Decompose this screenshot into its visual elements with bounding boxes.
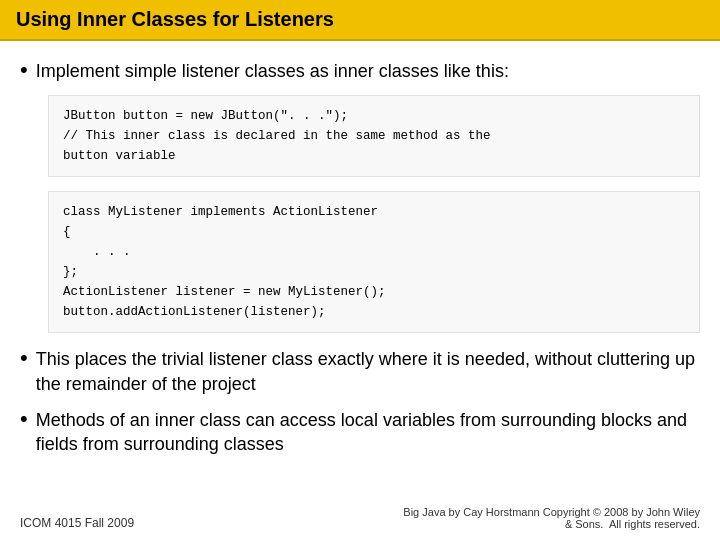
footer: ICOM 4015 Fall 2009 Big Java by Cay Hors… bbox=[20, 506, 700, 530]
code-block-1: JButton button = new JButton(". . ."); /… bbox=[48, 95, 700, 177]
bullet-dot-2: • bbox=[20, 345, 28, 371]
footer-left: ICOM 4015 Fall 2009 bbox=[20, 516, 134, 530]
bullet-3: • Methods of an inner class can access l… bbox=[20, 408, 700, 457]
code-block-2: class MyListener implements ActionListen… bbox=[48, 191, 700, 333]
bullet-1: • Implement simple listener classes as i… bbox=[20, 59, 700, 83]
bullet-text-1: Implement simple listener classes as inn… bbox=[36, 59, 509, 83]
slide: Using Inner Classes for Listeners • Impl… bbox=[0, 0, 720, 540]
title-bar: Using Inner Classes for Listeners bbox=[0, 0, 720, 41]
slide-content: • Implement simple listener classes as i… bbox=[0, 41, 720, 478]
bullet-text-2: This places the trivial listener class e… bbox=[36, 347, 700, 396]
footer-right: Big Java by Cay Horstmann Copyright © 20… bbox=[403, 506, 700, 530]
slide-title: Using Inner Classes for Listeners bbox=[16, 8, 334, 30]
bullet-dot-3: • bbox=[20, 406, 28, 432]
bullet-2: • This places the trivial listener class… bbox=[20, 347, 700, 396]
bullet-dot-1: • bbox=[20, 57, 28, 83]
bullet-text-3: Methods of an inner class can access loc… bbox=[36, 408, 700, 457]
